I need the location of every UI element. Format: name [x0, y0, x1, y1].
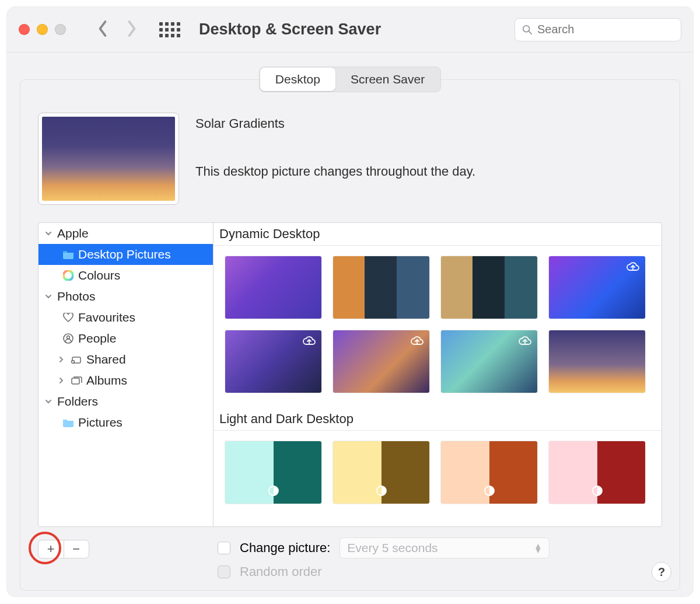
content: Desktop Screen Saver Solar Gradients Thi… — [7, 53, 693, 596]
heart-icon — [62, 313, 75, 322]
download-cloud-icon — [410, 335, 425, 349]
preview-text: Solar Gradients This desktop picture cha… — [195, 113, 475, 205]
person-icon — [62, 333, 75, 344]
section-dynamic-desktop: Dynamic Desktop — [214, 223, 662, 246]
sidebar-group-label: Apple — [57, 226, 89, 240]
shared-icon — [70, 355, 83, 364]
add-remove-segment: + − — [38, 540, 89, 558]
nav-arrows — [96, 20, 138, 40]
wallpaper-thumb-the-beach[interactable] — [441, 330, 537, 393]
change-picture-checkbox[interactable] — [218, 542, 230, 554]
section-light-dark: Light and Dark Desktop — [214, 408, 662, 431]
wallpaper-gallery[interactable]: Dynamic Desktop Light and Dark Desktop — [214, 223, 662, 526]
svg-rect-2 — [63, 251, 67, 253]
color-wheel-icon — [62, 270, 75, 281]
tab-desktop[interactable]: Desktop — [260, 68, 335, 91]
download-cloud-icon — [625, 261, 640, 275]
preview-image — [42, 117, 175, 201]
random-order-checkbox — [218, 565, 230, 578]
change-interval-select[interactable]: Every 5 seconds ▲▼ — [340, 537, 550, 558]
remove-folder-button[interactable]: − — [64, 540, 89, 558]
wallpaper-thumb-big-sur-abstract[interactable] — [225, 256, 321, 319]
pictures-folder-icon — [62, 418, 75, 427]
sidebar-item-label: Albums — [86, 373, 127, 387]
sidebar-item-colours[interactable]: Colours — [38, 265, 213, 286]
chevron-right-icon — [56, 377, 66, 384]
folder-icon — [62, 250, 75, 259]
desktop-panel: Solar Gradients This desktop picture cha… — [20, 79, 680, 591]
search-input[interactable] — [537, 23, 674, 36]
svg-point-0 — [523, 25, 530, 32]
wallpaper-thumb-monterey-graphic[interactable] — [549, 256, 645, 319]
toolbar: Desktop & Screen Saver — [7, 7, 693, 53]
download-cloud-icon — [517, 335, 533, 349]
appearance-mode-icon — [268, 485, 279, 499]
wallpaper-description: This desktop picture changes throughout … — [195, 164, 475, 179]
sidebar-item-label: Favourites — [78, 310, 135, 324]
sidebar-item-desktop-pictures[interactable]: Desktop Pictures — [38, 244, 213, 265]
wallpaper-thumb-catalina-photo[interactable] — [441, 256, 537, 319]
sidebar-item-label: People — [78, 331, 116, 345]
add-folder-button[interactable]: + — [38, 540, 64, 558]
sidebar-item-pictures[interactable]: Pictures — [38, 412, 213, 433]
sidebar-item-albums[interactable]: Albums — [38, 370, 213, 391]
change-picture-label: Change picture: — [240, 540, 330, 556]
add-remove-box: + − — [38, 537, 90, 564]
thumbs-dynamic — [214, 246, 662, 408]
forward-button[interactable] — [125, 20, 138, 40]
appearance-mode-icon — [592, 485, 603, 499]
random-order-label: Random order — [240, 564, 322, 579]
appearance-mode-icon — [484, 485, 495, 499]
tab-screensaver[interactable]: Screen Saver — [335, 68, 440, 91]
appearance-mode-icon — [376, 485, 387, 499]
wallpaper-thumb-imac-rose[interactable] — [549, 441, 645, 504]
sidebar-item-shared[interactable]: Shared — [38, 349, 213, 370]
chevron-down-icon — [43, 230, 54, 237]
sidebar-group-apple[interactable]: Apple — [38, 223, 213, 244]
wallpaper-thumb-the-desert[interactable] — [333, 330, 429, 393]
window-title: Desktop & Screen Saver — [199, 20, 506, 39]
sidebar-item-label: Colours — [78, 268, 120, 282]
wallpaper-thumb-solar-gradients[interactable] — [549, 330, 645, 393]
change-picture-row: Change picture: Every 5 seconds ▲▼ — [218, 537, 662, 558]
change-interval-value: Every 5 seconds — [347, 541, 438, 555]
wallpaper-thumb-monterey-photo[interactable] — [333, 256, 429, 319]
help-button[interactable]: ? — [652, 562, 671, 582]
zoom-icon[interactable] — [55, 24, 66, 35]
traffic-lights — [19, 24, 66, 35]
source-sidebar[interactable]: Apple Desktop Pictures Colours Photos — [38, 223, 214, 526]
sidebar-item-label: Pictures — [78, 416, 123, 430]
wallpaper-name: Solar Gradients — [195, 116, 475, 131]
download-cloud-icon — [302, 335, 317, 349]
sidebar-group-photos[interactable]: Photos — [38, 286, 213, 307]
options: Change picture: Every 5 seconds ▲▼ Rando… — [101, 537, 662, 579]
svg-point-5 — [67, 336, 70, 339]
close-icon[interactable] — [19, 24, 30, 35]
sidebar-item-label: Desktop Pictures — [78, 247, 171, 261]
svg-point-7 — [72, 361, 75, 364]
preferences-window: Desktop & Screen Saver Desktop Screen Sa… — [7, 7, 693, 596]
picker: Apple Desktop Pictures Colours Photos — [38, 222, 662, 527]
wallpaper-thumb-the-lake[interactable] — [225, 330, 321, 393]
search-field[interactable] — [514, 18, 681, 41]
bottom-controls: + − Change picture: Every 5 seconds ▲▼ — [38, 527, 662, 579]
back-button[interactable] — [96, 20, 109, 40]
svg-line-1 — [529, 31, 532, 34]
wallpaper-thumb-imac-teal[interactable] — [225, 441, 321, 504]
wallpaper-thumb-imac-coral[interactable] — [441, 441, 537, 504]
current-wallpaper-preview — [38, 113, 179, 205]
albums-icon — [70, 376, 83, 385]
stepper-icon: ▲▼ — [534, 543, 542, 553]
sidebar-group-label: Photos — [57, 289, 95, 303]
minimize-icon[interactable] — [37, 24, 48, 35]
sidebar-group-folders[interactable]: Folders — [38, 391, 213, 412]
preview-row: Solar Gradients This desktop picture cha… — [38, 113, 662, 205]
chevron-down-icon — [43, 398, 54, 405]
show-all-icon[interactable] — [159, 22, 180, 37]
sidebar-group-label: Folders — [57, 394, 98, 409]
segmented-control: Desktop Screen Saver — [259, 67, 441, 92]
sidebar-item-people[interactable]: People — [38, 328, 213, 349]
sidebar-item-label: Shared — [86, 352, 126, 366]
sidebar-item-favourites[interactable]: Favourites — [38, 307, 213, 328]
wallpaper-thumb-imac-gold[interactable] — [333, 441, 429, 504]
